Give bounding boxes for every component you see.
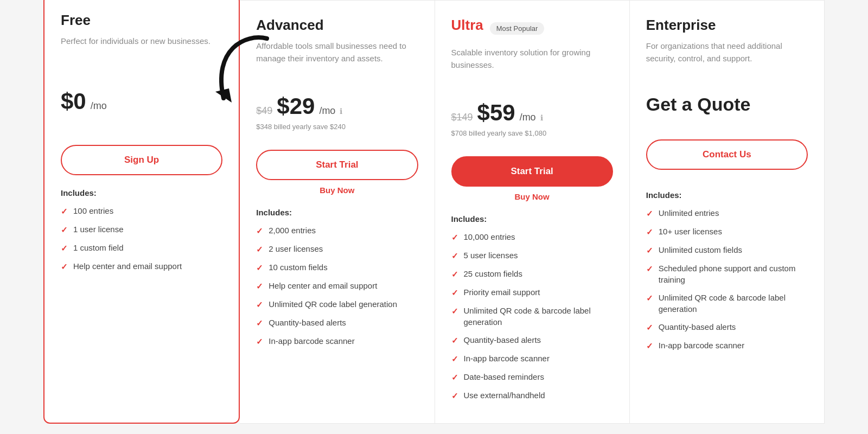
- advanced-buy-now-link[interactable]: Buy Now: [256, 186, 418, 195]
- check-icon: ✓: [646, 292, 653, 304]
- check-icon: ✓: [646, 208, 653, 219]
- plan-card-ultra: Ultra Most Popular Scalable inventory so…: [435, 0, 630, 424]
- advanced-billed-yearly: $348 billed yearly save $240: [256, 123, 418, 135]
- list-item: ✓ Unlimited custom fields: [646, 244, 808, 256]
- check-icon: ✓: [256, 336, 263, 347]
- check-icon: ✓: [451, 390, 458, 401]
- ultra-plan-description: Scalable inventory solution for growing …: [451, 47, 613, 85]
- check-icon: ✓: [451, 305, 458, 317]
- check-icon: ✓: [646, 245, 653, 256]
- check-icon: ✓: [61, 224, 68, 235]
- list-item: ✓ Priority email support: [451, 286, 613, 298]
- list-item: ✓ In-app barcode scanner: [256, 335, 418, 347]
- plan-card-advanced: Advanced Affordable tools small business…: [240, 0, 435, 424]
- check-icon: ✓: [61, 242, 68, 254]
- list-item: ✓ Quantity-based alerts: [646, 321, 808, 333]
- plan-card-free: Free Perfect for individuals or new busi…: [43, 0, 240, 424]
- info-icon: ℹ: [540, 113, 543, 122]
- enterprise-plan-title: Enterprise: [646, 17, 808, 34]
- ultra-price-row: $149 $59 /mo ℹ: [451, 100, 613, 126]
- pricing-container: Free Perfect for individuals or new busi…: [0, 0, 868, 424]
- check-icon: ✓: [256, 262, 263, 273]
- free-includes-label: Includes:: [61, 188, 222, 197]
- advanced-cta-button[interactable]: Start Trial: [256, 150, 418, 180]
- check-icon: ✓: [451, 232, 458, 243]
- check-icon: ✓: [256, 225, 263, 237]
- list-item: ✓ Unlimited entries: [646, 207, 808, 219]
- free-cta-button[interactable]: Sign Up: [61, 145, 222, 175]
- list-item: ✓ 5 user licenses: [451, 250, 613, 261]
- check-icon: ✓: [256, 280, 263, 292]
- check-icon: ✓: [451, 353, 458, 365]
- ultra-header: Ultra Most Popular: [451, 17, 613, 40]
- list-item: ✓ 10 custom fields: [256, 261, 418, 273]
- list-item: ✓ 25 custom fields: [451, 268, 613, 280]
- list-item: ✓ 2 user licenses: [256, 243, 418, 255]
- check-icon: ✓: [451, 287, 458, 298]
- ultra-price-main: $59: [477, 100, 515, 126]
- ultra-cta-button[interactable]: Start Trial: [451, 156, 613, 187]
- list-item: ✓ 1 user license: [61, 224, 222, 235]
- list-item: ✓ 10+ user licenses: [646, 226, 808, 238]
- free-plan-description: Perfect for individuals or new businesse…: [61, 35, 222, 73]
- enterprise-price-row: Get a Quote: [646, 93, 808, 124]
- enterprise-plan-description: For organizations that need additional s…: [646, 40, 808, 78]
- check-icon: ✓: [646, 340, 653, 352]
- advanced-price-per: /mo: [319, 105, 335, 117]
- check-icon: ✓: [256, 299, 263, 310]
- list-item: ✓ Quantity-based alerts: [451, 334, 613, 346]
- ultra-price-per: /mo: [520, 112, 536, 123]
- advanced-plan-title: Advanced: [256, 17, 418, 34]
- advanced-plan-description: Affordable tools small businesses need t…: [256, 40, 418, 78]
- list-item: ✓ Help center and email support: [61, 260, 222, 272]
- check-icon: ✓: [256, 244, 263, 255]
- list-item: ✓ Quantity-based alerts: [256, 317, 418, 329]
- free-plan-title: Free: [61, 12, 222, 29]
- advanced-price-main: $29: [277, 93, 315, 119]
- list-item: ✓ Scheduled phone support and custom tra…: [646, 263, 808, 285]
- check-icon: ✓: [61, 206, 68, 217]
- list-item: ✓ 10,000 entries: [451, 231, 613, 243]
- check-icon: ✓: [451, 335, 458, 346]
- ultra-price-original: $149: [451, 112, 473, 123]
- list-item: ✓ Unlimited QR code & barcode label gene…: [451, 305, 613, 328]
- enterprise-feature-list: ✓ Unlimited entries ✓ 10+ user licenses …: [646, 207, 808, 352]
- list-item: ✓ Date-based reminders: [451, 371, 613, 383]
- check-icon: ✓: [451, 372, 458, 383]
- free-price-per: /mo: [91, 100, 107, 112]
- plan-card-enterprise: Enterprise For organizations that need a…: [630, 0, 825, 424]
- list-item: ✓ In-app barcode scanner: [451, 353, 613, 365]
- check-icon: ✓: [451, 250, 458, 261]
- check-icon: ✓: [451, 269, 458, 280]
- enterprise-get-quote: Get a Quote: [646, 93, 751, 116]
- check-icon: ✓: [61, 261, 68, 272]
- list-item: ✓ In-app barcode scanner: [646, 340, 808, 352]
- list-item: ✓ Help center and email support: [256, 280, 418, 292]
- check-icon: ✓: [646, 263, 653, 275]
- enterprise-includes-label: Includes:: [646, 190, 808, 200]
- free-billed-yearly: [61, 118, 222, 130]
- advanced-price-original: $49: [256, 105, 272, 117]
- list-item: ✓ Unlimited QR code & barcode label gene…: [646, 292, 808, 315]
- ultra-buy-now-link[interactable]: Buy Now: [451, 192, 613, 201]
- free-price-row: $0 /mo: [61, 88, 222, 114]
- list-item: ✓ 1 custom field: [61, 242, 222, 254]
- ultra-includes-label: Includes:: [451, 214, 613, 224]
- check-icon: ✓: [256, 317, 263, 329]
- free-price-main: $0: [61, 88, 86, 114]
- advanced-includes-label: Includes:: [256, 208, 418, 217]
- list-item: ✓ Use external/handheld: [451, 390, 613, 401]
- ultra-billed-yearly: $708 billed yearly save $1,080: [451, 129, 613, 141]
- ultra-plan-title: Ultra: [451, 17, 483, 34]
- info-icon: ℹ: [340, 107, 342, 116]
- check-icon: ✓: [646, 322, 653, 333]
- advanced-price-row: $49 $29 /mo ℹ: [256, 93, 418, 119]
- list-item: ✓ Unlimited QR code label generation: [256, 298, 418, 310]
- list-item: ✓ 2,000 entries: [256, 225, 418, 237]
- list-item: ✓ 100 entries: [61, 205, 222, 217]
- enterprise-cta-button[interactable]: Contact Us: [646, 139, 808, 170]
- free-feature-list: ✓ 100 entries ✓ 1 user license ✓ 1 custo…: [61, 205, 222, 272]
- check-icon: ✓: [646, 226, 653, 238]
- most-popular-badge: Most Popular: [490, 22, 545, 35]
- advanced-feature-list: ✓ 2,000 entries ✓ 2 user licenses ✓ 10 c…: [256, 225, 418, 347]
